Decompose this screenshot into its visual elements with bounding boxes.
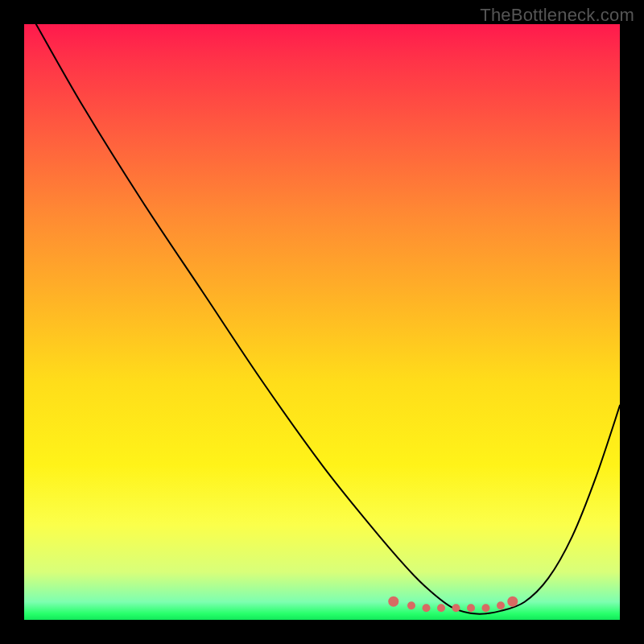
minimum-dot xyxy=(388,597,398,607)
minimum-dot xyxy=(452,604,460,612)
watermark-text: TheBottleneck.com xyxy=(480,5,634,26)
minimum-dot xyxy=(437,604,445,612)
chart-plot-area xyxy=(24,24,620,620)
minimum-dot xyxy=(423,604,431,612)
chart-svg xyxy=(24,24,620,620)
minimum-dot xyxy=(497,601,505,609)
minimum-dot xyxy=(467,604,475,612)
minimum-dot xyxy=(407,601,415,609)
bottleneck-curve xyxy=(36,24,620,614)
minimum-markers xyxy=(388,597,518,613)
minimum-dot xyxy=(482,604,490,612)
minimum-dot xyxy=(507,597,518,607)
